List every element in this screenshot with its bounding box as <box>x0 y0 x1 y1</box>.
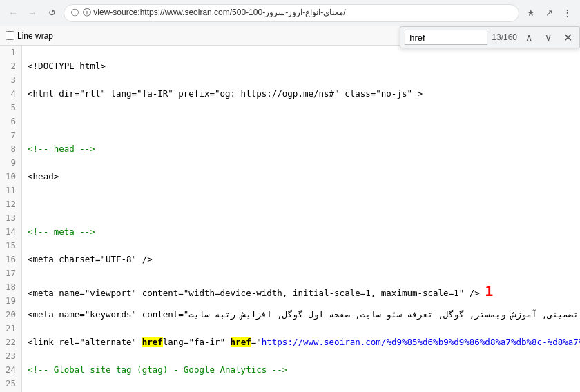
line-1: <!DOCTYPE html> <box>28 59 574 73</box>
line-wrap-text: Line wrap <box>17 31 53 41</box>
browser-actions: ★ ↗ ⋮ <box>523 6 574 21</box>
back-button[interactable]: ← <box>6 6 21 21</box>
browser-bar: ← → ↺ ⓘ ⓘ view-source:https://www.seoira… <box>0 0 580 26</box>
search-close-button[interactable]: ✕ <box>560 30 575 45</box>
address-bar[interactable]: ⓘ ⓘ view-source:https://www.seoiran.com/… <box>64 4 519 22</box>
line-11: <link rel="alternate" hreflang="fa-ir" h… <box>28 335 574 349</box>
line-5: <head> <box>28 170 574 184</box>
search-input[interactable] <box>405 30 487 45</box>
line-7: <!-- meta --> <box>28 225 574 239</box>
line-9: <meta name="viewport" content="width=dev… <box>28 280 574 294</box>
line-2: <html dir="rtl" lang="fa-IR" prefix="og:… <box>28 87 574 101</box>
line-10: <meta name="keywords" content="سئو سایت … <box>28 308 574 322</box>
source-content[interactable]: 12345 678910 1112131415 1617181920 21222… <box>0 46 580 392</box>
line-8: <meta charset="UTF-8" /> <box>28 253 574 266</box>
bookmark-button[interactable]: ★ <box>523 6 539 21</box>
line-3 <box>28 115 574 128</box>
line-numbers: 12345 678910 1112131415 1617181920 21222… <box>0 46 22 392</box>
line-4: <!-- head --> <box>28 142 574 156</box>
line-wrap-label[interactable]: Line wrap <box>6 31 53 41</box>
line-6 <box>28 197 574 211</box>
url-text: ⓘ view-source:https://www.seoiran.com/مع… <box>83 7 512 19</box>
line-wrap-checkbox[interactable] <box>6 31 14 40</box>
code-area: <!DOCTYPE html> <html dir="rtl" lang="fa… <box>22 46 580 392</box>
forward-button[interactable]: → <box>25 6 40 21</box>
search-next-button[interactable]: ∨ <box>541 30 556 45</box>
search-count: 13/160 <box>492 32 517 42</box>
menu-button[interactable]: ⋮ <box>559 6 574 21</box>
security-icon: ⓘ <box>71 8 79 18</box>
search-overlay: 13/160 ∧ ∨ ✕ <box>400 26 580 48</box>
source-view[interactable]: 12345 678910 1112131415 1617181920 21222… <box>0 46 580 392</box>
line-12: <!-- Global site tag (gtag) - Google Ana… <box>28 363 574 377</box>
share-button[interactable]: ↗ <box>541 6 557 21</box>
reload-button[interactable]: ↺ <box>44 6 59 21</box>
search-prev-button[interactable]: ∧ <box>521 30 536 45</box>
